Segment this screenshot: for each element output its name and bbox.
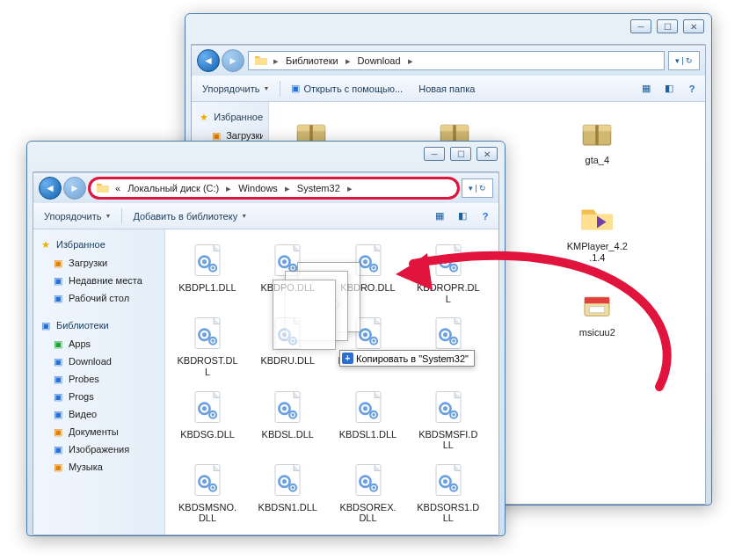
svg-point-85 [443, 406, 447, 410]
help-button[interactable]: ? [682, 79, 702, 98]
back-button[interactable]: ◄ [39, 177, 62, 200]
open-with-button[interactable]: ▣Открыть с помощью... [284, 79, 410, 98]
sidebar-item[interactable]: ▣Probes [35, 370, 163, 388]
chevron-right-icon[interactable]: ▸ [344, 55, 353, 67]
view-options-button[interactable]: ▦ [637, 79, 656, 98]
file-item[interactable]: KBDPL1.DLL [172, 236, 243, 308]
preview-pane-button[interactable]: ◧ [453, 207, 472, 226]
dll-icon [348, 460, 389, 500]
navigation-bar: ◄ ► ▸ Библиотеки ▸ Download ▸ ▾ | ↻ [192, 45, 705, 76]
preview-pane-button[interactable]: ◧ [659, 79, 679, 98]
sidebar-item[interactable]: ▣Рабочий стол [35, 289, 163, 307]
dll-icon [428, 460, 469, 500]
close-button[interactable]: ✕ [476, 147, 498, 161]
svg-point-35 [283, 260, 287, 264]
libraries-label: Библиотеки [56, 320, 109, 331]
navigation-bar: ◄ ► « Локальный диск (C:) ▸ Windows ▸ Sy… [33, 172, 498, 203]
chevron-right-icon[interactable]: ▸ [346, 183, 354, 194]
file-list[interactable]: KBDPL1.DLLKBDPO.DLLKBDRO.DLLKBDROPR.DLLK… [165, 229, 498, 535]
folder-icon: ▣ [51, 291, 65, 305]
file-item[interactable]: KBDROPR.DLL [413, 236, 484, 308]
file-item[interactable]: KBDSN1.DLL [252, 456, 323, 527]
command-bar: Упорядочить▼ ▣Открыть с помощью... Новая… [192, 76, 705, 102]
breadcrumb-overflow[interactable]: « [113, 182, 122, 194]
svg-point-67 [453, 340, 455, 343]
minimize-button[interactable]: ─ [630, 19, 651, 33]
organize-menu[interactable]: Упорядочить▼ [195, 80, 276, 98]
libraries-group[interactable]: ▣Библиотеки [35, 316, 163, 335]
breadcrumb-segment[interactable]: Windows [236, 182, 280, 194]
open-with-label: Открыть с помощью... [303, 84, 403, 94]
file-item[interactable]: KBDROST.DLL [172, 309, 243, 381]
help-button[interactable]: ? [476, 207, 495, 226]
dll-icon [348, 240, 389, 280]
file-item[interactable]: KBDSL.DLL [252, 383, 323, 455]
file-item[interactable]: KMPlayer_4.2.1.4 [562, 195, 632, 278]
sidebar-item[interactable]: ▣Изображения [35, 440, 163, 458]
include-in-library-menu[interactable]: Добавить в библиотеку▼ [126, 207, 254, 225]
titlebar[interactable]: ─ ☐ ✕ [27, 142, 505, 166]
search-button[interactable]: ▾ | ↻ [668, 51, 700, 70]
svg-point-90 [202, 479, 206, 483]
breadcrumb-segment[interactable]: Локальный диск (C:) [126, 182, 221, 194]
sidebar-item[interactable]: ▣Видео [35, 405, 163, 423]
sidebar-item[interactable]: ▣Недавние места [35, 272, 163, 289]
close-button[interactable]: ✕ [683, 19, 704, 33]
breadcrumb-segment[interactable]: Библиотеки [284, 55, 340, 67]
body: ★Избранное ▣Загрузки▣Недавние места▣Рабо… [33, 229, 498, 535]
minimize-button[interactable]: ─ [424, 147, 445, 161]
file-item[interactable]: KBDRO.DLL [333, 236, 404, 308]
forward-button[interactable]: ► [63, 177, 86, 200]
file-name: KBDSL1.DLL [339, 429, 396, 440]
favorites-label: Избранное [214, 112, 263, 122]
breadcrumb-segment[interactable]: System32 [295, 182, 342, 194]
file-name: msicuu2 [579, 327, 615, 338]
svg-point-75 [283, 406, 287, 410]
search-button[interactable]: ▾ | ↻ [462, 178, 493, 198]
chevron-right-icon[interactable]: ▸ [224, 183, 233, 194]
sidebar-item[interactable]: ▣Документы [35, 423, 163, 440]
address-bar[interactable]: « Локальный диск (C:) ▸ Windows ▸ System… [90, 178, 458, 198]
star-icon: ★ [39, 237, 53, 251]
dll-icon [428, 313, 469, 353]
chevron-right-icon[interactable]: ▸ [406, 55, 415, 67]
file-item[interactable]: KBDSMSFI.DLL [413, 383, 484, 455]
titlebar[interactable]: ─ ☐ ✕ [186, 14, 711, 39]
maximize-button[interactable]: ☐ [657, 19, 678, 33]
file-item[interactable]: KBDPO.DLL [252, 236, 323, 308]
chevron-right-icon[interactable]: ▸ [272, 55, 280, 67]
sidebar-item[interactable]: ▣Загрузки [35, 254, 163, 272]
file-name: KBDSMSFI.DLL [417, 429, 480, 451]
chevron-right-icon[interactable]: ▸ [283, 183, 292, 194]
file-item[interactable]: KBDSF.DLL [413, 309, 484, 381]
svg-point-87 [453, 413, 455, 416]
favorites-group[interactable]: ★Избранное [35, 235, 163, 254]
sidebar-item[interactable]: ▣Progs [35, 388, 163, 405]
file-item[interactable]: KBDSG.DLL [172, 383, 243, 455]
file-item[interactable]: KBDSL1.DLL [333, 383, 404, 455]
new-folder-button[interactable]: Новая папка [411, 80, 482, 98]
maximize-button[interactable]: ☐ [450, 147, 471, 161]
svg-point-65 [443, 333, 447, 337]
organize-menu[interactable]: Упорядочить▼ [37, 207, 118, 225]
file-item[interactable]: KBDSORS1.DLL [413, 456, 484, 527]
breadcrumb-segment[interactable]: Download [356, 55, 403, 67]
sidebar-item[interactable]: ▣Apps [35, 335, 163, 353]
address-bar[interactable]: ▸ Библиотеки ▸ Download ▸ [248, 51, 665, 70]
file-item[interactable]: KBDRU1.DLL [333, 309, 404, 381]
sidebar-item[interactable]: ▣Download [35, 353, 163, 370]
file-item[interactable]: KBDSOREX.DLL [333, 456, 404, 527]
back-button[interactable]: ◄ [197, 49, 220, 72]
file-item[interactable]: KBDSMSNO.DLL [172, 456, 243, 527]
explorer-window-system32[interactable]: ─ ☐ ✕ ◄ ► « Локальный диск (C:) ▸ Window… [26, 141, 506, 536]
forward-button[interactable]: ► [222, 49, 244, 72]
sidebar-item-label: Недавние места [69, 275, 142, 286]
navigation-pane[interactable]: ★Избранное ▣Загрузки▣Недавние места▣Рабо… [33, 229, 165, 535]
file-item[interactable]: KBDRU.DLL [252, 309, 323, 381]
view-options-button[interactable]: ▦ [430, 207, 449, 226]
svg-point-100 [363, 479, 367, 483]
sidebar-item[interactable]: ▣Музыка [35, 458, 163, 476]
file-item[interactable]: gta_4 [562, 109, 632, 192]
file-item[interactable]: msicuu2 [562, 281, 632, 342]
favorites-group[interactable]: ★Избранное [193, 107, 266, 127]
